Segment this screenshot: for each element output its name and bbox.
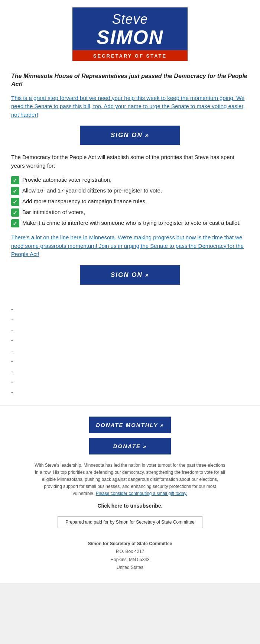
address-line4: United States: [117, 565, 143, 570]
checklist-item-3-text: Add more transparency to campaign financ…: [22, 197, 147, 206]
cta-link[interactable]: There's a lot on the line here in Minnes…: [11, 233, 249, 259]
dash-2: -: [11, 314, 249, 325]
checklist-item-1-text: Provide automatic voter registration,: [22, 176, 111, 184]
address-line2: P.O. Box 4217: [116, 549, 144, 554]
checklist-item-2-text: Allow 16- and 17-year-old citizens to pr…: [22, 187, 162, 195]
dash-3: -: [11, 325, 249, 335]
logo-section: Steve SIMON SECRETARY OF STATE: [0, 0, 260, 65]
address-line1: Simon for Secretary of State Committee: [88, 541, 172, 546]
checklist: Provide automatic voter registration, Al…: [11, 176, 249, 227]
dash-6: -: [11, 356, 249, 366]
logo-blue-area: Steve SIMON: [72, 7, 188, 50]
check-icon-2: [11, 187, 19, 195]
check-icon-5: [11, 219, 19, 227]
check-icon-4: [11, 208, 19, 217]
donate-button[interactable]: DONATE »: [89, 438, 171, 454]
dash-9: -: [11, 387, 249, 398]
logo-red-area: SECRETARY OF STATE: [72, 50, 188, 61]
donate-monthly-button[interactable]: DONATE MONTHLY »: [89, 417, 171, 433]
logo-simon-text: SIMON: [80, 27, 180, 48]
section-divider: [0, 405, 260, 405]
checklist-item-5: Make it a crime to interfere with someon…: [11, 219, 249, 227]
address-line3: Hopkins, MN 55343: [110, 557, 149, 562]
logo-steve-text: Steve: [80, 12, 180, 27]
footer-section: DONATE MONTHLY » DONATE » With Steve's l…: [0, 409, 260, 583]
checklist-item-3: Add more transparency to campaign financ…: [11, 197, 249, 206]
logo-box: Steve SIMON SECRETARY OF STATE: [72, 7, 188, 61]
dash-4: -: [11, 335, 249, 346]
main-content: The Minnesota House of Representatives j…: [0, 65, 260, 300]
unsubscribe-link[interactable]: Click here to unsubscribe.: [11, 503, 249, 509]
email-wrapper: Steve SIMON SECRETARY OF STATE The Minne…: [0, 0, 260, 583]
body-text: The Democracy for the People Act will es…: [11, 153, 249, 170]
checklist-item-2: Allow 16- and 17-year-old citizens to pr…: [11, 187, 249, 195]
address-block: Simon for Secretary of State Committee P…: [11, 540, 249, 572]
paid-for-box: Prepared and paid for by Simon for Secre…: [58, 516, 202, 528]
footer-body-text: With Steve's leadership, Minnesota has l…: [11, 462, 249, 498]
dashes-section: - - - - - - - - -: [0, 300, 260, 401]
checklist-item-5-text: Make it a crime to interfere with someon…: [22, 219, 241, 227]
checklist-item-4: Bar intimidation of voters,: [11, 208, 249, 217]
headline: The Minnesota House of Representatives j…: [11, 72, 249, 89]
dash-5: -: [11, 346, 249, 356]
dash-8: -: [11, 377, 249, 387]
donate-link[interactable]: Please consider contributing a small gif…: [96, 491, 188, 496]
checklist-item-4-text: Bar intimidation of voters,: [22, 208, 85, 217]
intro-link[interactable]: This is a great step forward but we need…: [11, 94, 249, 119]
paid-for-text: Prepared and paid for by Simon for Secre…: [65, 520, 195, 525]
dash-1: -: [11, 304, 249, 314]
check-icon-3: [11, 198, 19, 206]
dash-7: -: [11, 366, 249, 377]
logo-sos-text: SECRETARY OF STATE: [93, 53, 167, 59]
checklist-item-1: Provide automatic voter registration,: [11, 176, 249, 184]
check-icon-1: [11, 176, 19, 184]
sign-on-button-1[interactable]: SIGN ON »: [80, 126, 180, 145]
sign-on-button-2[interactable]: SIGN ON »: [80, 265, 180, 285]
